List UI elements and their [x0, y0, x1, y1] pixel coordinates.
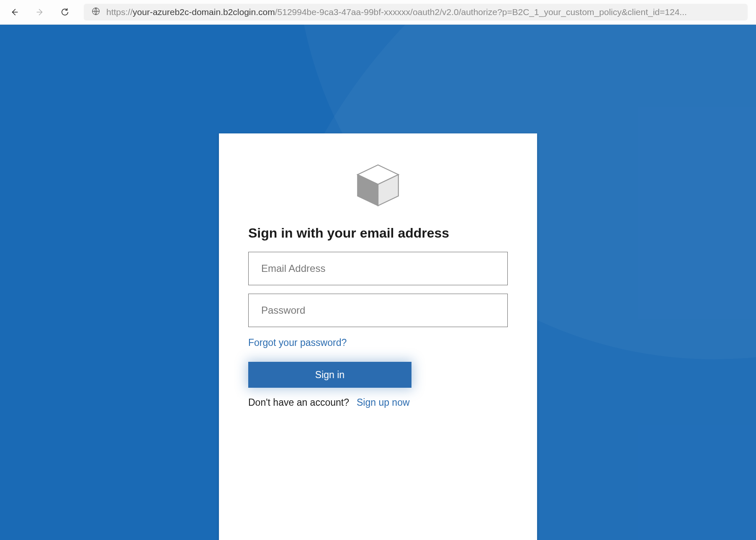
cube-icon [354, 161, 402, 210]
forward-button [33, 6, 46, 18]
address-bar[interactable]: https://your-azureb2c-domain.b2clogin.co… [84, 4, 748, 20]
email-field[interactable] [248, 252, 508, 285]
url-scheme: https:// [106, 7, 133, 17]
password-field[interactable] [248, 294, 508, 327]
url-text: https://your-azureb2c-domain.b2clogin.co… [106, 7, 687, 17]
globe-icon [91, 7, 100, 18]
signin-heading: Sign in with your email address [248, 225, 508, 241]
browser-toolbar: https://your-azureb2c-domain.b2clogin.co… [0, 0, 756, 25]
signin-card: Sign in with your email address Forgot y… [219, 133, 537, 540]
signup-link[interactable]: Sign up now [357, 397, 410, 408]
forgot-password-link[interactable]: Forgot your password? [248, 337, 347, 348]
no-account-label: Don't have an account? [248, 397, 349, 408]
url-host: your-azureb2c-domain.b2clogin.com [133, 7, 275, 17]
reload-button[interactable] [59, 6, 71, 18]
page-background: Sign in with your email address Forgot y… [0, 25, 756, 540]
tenant-logo [248, 161, 508, 211]
signin-button[interactable]: Sign in [248, 362, 411, 388]
back-button[interactable] [8, 6, 21, 18]
url-path: /512994be-9ca3-47aa-99bf-xxxxxx/oauth2/v… [275, 7, 687, 17]
